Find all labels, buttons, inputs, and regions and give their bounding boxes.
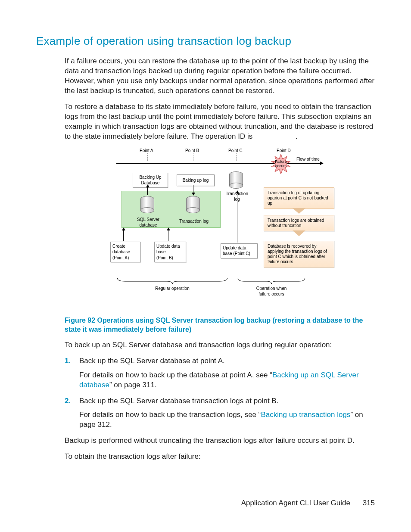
arrow-update-b-icon xyxy=(168,228,168,241)
label-transaction-log: Transaction log xyxy=(177,218,211,224)
callout-1-text: Transaction log of updating oparion at p… xyxy=(268,190,328,205)
step-1: 1. Back up the SQL Server database at po… xyxy=(65,356,375,390)
figure-92-diagram: Point A Point B Point C Point D Flow of … xyxy=(108,148,332,311)
intro-list: To back up an SQL Server database and tr… xyxy=(65,340,375,350)
step-1-number: 1. xyxy=(65,356,71,366)
after-steps-2: To obtain the transaction logs after fai… xyxy=(65,452,375,462)
label-point-b: Point B xyxy=(185,148,199,154)
section-heading: Example of operation using transaction l… xyxy=(36,34,375,49)
page: Example of operation using transaction l… xyxy=(0,0,411,532)
failure-star-icon: Failure occurs xyxy=(271,154,291,174)
step-2-detail: For details on how to back up the transa… xyxy=(79,410,375,430)
cylinder-transaction-log-c-icon xyxy=(229,171,243,189)
label-point-a: Point A xyxy=(140,148,153,154)
step-2: 2. Back up the SQL Server database trans… xyxy=(65,396,375,430)
arrow-log-down-icon xyxy=(193,185,193,195)
callout-tx-logs-no-truncation: Transaction logs are obtained without tr… xyxy=(264,215,334,231)
box-baking-up-log: Baking up log xyxy=(177,174,215,187)
brace-regular-operation: Regular operation xyxy=(116,277,228,292)
paragraph-2: To restore a database to its state immed… xyxy=(65,102,375,142)
paragraph-2-suffix: . xyxy=(296,132,298,140)
arrow-update-c-icon xyxy=(237,191,237,243)
callout-db-recovered: Database is recovered by applying the tr… xyxy=(264,241,334,268)
after-steps-1: Backup is performed without truncating t… xyxy=(65,436,375,446)
brace-regular-label: Regular operation xyxy=(116,286,228,292)
label-flow-of-time: Flow of time xyxy=(296,156,320,162)
footer-page-number: 315 xyxy=(363,499,375,507)
marker-a xyxy=(147,153,148,161)
step-2-line: Back up the SQL Server database transact… xyxy=(79,397,278,405)
marker-b xyxy=(193,153,193,161)
step-1-detail: For details on how to back up the databa… xyxy=(79,370,375,390)
label-sql-server-database: SQL Server database xyxy=(133,217,164,228)
step-2-pre: For details on how to back up the transa… xyxy=(79,411,261,419)
brace-failure-operation: Operation when failure occurs xyxy=(237,277,306,297)
page-footer: Application Agent CLI User Guide 315 xyxy=(241,498,375,508)
paragraph-2-text: To restore a database to its state immed… xyxy=(65,103,373,140)
label-point-d: Point D xyxy=(277,148,291,154)
step-2-number: 2. xyxy=(65,396,71,406)
label-point-c: Point C xyxy=(228,148,243,154)
step-1-post: ” on page 311. xyxy=(109,381,157,389)
cylinder-sql-database-icon xyxy=(140,196,154,213)
paragraph-1: If a failure occurs, you can restore the… xyxy=(65,56,375,96)
callout-tx-log-not-backed-up: Transaction log of updating oparion at p… xyxy=(264,187,334,209)
callout-3-text: Database is recovered by applying the tr… xyxy=(268,244,327,264)
brace-failure-label: Operation when failure occurs xyxy=(237,286,306,297)
failure-star-label: Failure occurs xyxy=(275,160,287,168)
callout-2-text: Transaction logs are obtained without tr… xyxy=(268,218,324,228)
step-1-pre: For details on how to back up the databa… xyxy=(79,371,272,379)
link-backing-up-transaction-logs[interactable]: Backing up transaction logs xyxy=(261,411,350,419)
steps-list: 1. Back up the SQL Server database at po… xyxy=(65,356,375,430)
arrow-db-up-icon xyxy=(147,185,148,195)
footer-doc-title: Application Agent CLI User Guide xyxy=(241,499,350,507)
box-update-database-c: Update data base (Point C) xyxy=(221,243,258,258)
box-create-database-a: Create database (Point A) xyxy=(110,242,140,263)
cylinder-transaction-log-icon xyxy=(186,196,200,213)
box-backing-up-database: Backing Up Database xyxy=(133,173,168,188)
box-update-database-b: Update data base (Point B) xyxy=(154,242,186,263)
step-1-line: Back up the SQL Server database at point… xyxy=(79,357,225,365)
arrow-create-db-icon xyxy=(123,228,124,241)
figure-caption: Figure 92 Operations using SQL Server tr… xyxy=(65,316,375,334)
flow-of-time-arrow-icon xyxy=(116,163,323,164)
marker-c xyxy=(236,153,237,161)
body: If a failure occurs, you can restore the… xyxy=(65,56,375,462)
